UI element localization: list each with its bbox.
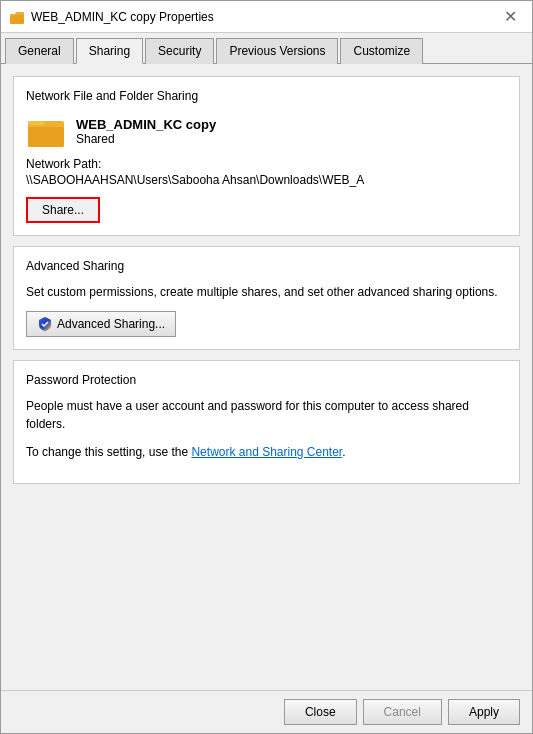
folder-status: Shared: [76, 132, 216, 146]
advanced-sharing-button[interactable]: Advanced Sharing...: [26, 311, 176, 337]
password-protection-section: Password Protection People must have a u…: [13, 360, 520, 484]
network-sharing-section: Network File and Folder Sharing WEB_ADMI…: [13, 76, 520, 236]
close-button[interactable]: ✕: [496, 3, 524, 31]
advanced-sharing-button-label: Advanced Sharing...: [57, 317, 165, 331]
apply-button[interactable]: Apply: [448, 699, 520, 725]
tab-bar: General Sharing Security Previous Versio…: [1, 33, 532, 64]
password-protection-desc2: To change this setting, use the Network …: [26, 443, 507, 461]
window-title: WEB_ADMIN_KC copy Properties: [31, 10, 496, 24]
folder-icon: [26, 113, 66, 149]
password-protection-desc1: People must have a user account and pass…: [26, 397, 507, 433]
close-dialog-button[interactable]: Close: [284, 699, 357, 725]
share-button[interactable]: Share...: [26, 197, 100, 223]
cancel-button[interactable]: Cancel: [363, 699, 442, 725]
svg-rect-3: [28, 121, 44, 125]
advanced-sharing-desc: Set custom permissions, create multiple …: [26, 283, 507, 301]
network-sharing-center-link[interactable]: Network and Sharing Center: [191, 445, 342, 459]
advanced-sharing-section: Advanced Sharing Set custom permissions,…: [13, 246, 520, 350]
password-protection-text2: To change this setting, use the: [26, 445, 191, 459]
tab-previous-versions[interactable]: Previous Versions: [216, 38, 338, 64]
password-protection-title: Password Protection: [26, 373, 507, 387]
tab-sharing[interactable]: Sharing: [76, 38, 143, 64]
folder-name: WEB_ADMIN_KC copy: [76, 117, 216, 132]
tab-content: Network File and Folder Sharing WEB_ADMI…: [1, 64, 532, 690]
password-protection-text3: .: [342, 445, 345, 459]
network-sharing-title: Network File and Folder Sharing: [26, 89, 507, 103]
tab-customize[interactable]: Customize: [340, 38, 423, 64]
network-path-value: \\SABOOHAAHSAN\Users\Sabooha Ahsan\Downl…: [26, 173, 507, 187]
folder-details: WEB_ADMIN_KC copy Shared: [76, 117, 216, 146]
tab-security[interactable]: Security: [145, 38, 214, 64]
folder-info-row: WEB_ADMIN_KC copy Shared: [26, 113, 507, 149]
title-bar: WEB_ADMIN_KC copy Properties ✕: [1, 1, 532, 33]
network-path-label: Network Path:: [26, 157, 507, 171]
properties-window: WEB_ADMIN_KC copy Properties ✕ General S…: [0, 0, 533, 734]
shield-icon: [37, 316, 53, 332]
dialog-footer: Close Cancel Apply: [1, 690, 532, 733]
window-icon: [9, 9, 25, 25]
advanced-sharing-title: Advanced Sharing: [26, 259, 507, 273]
tab-general[interactable]: General: [5, 38, 74, 64]
